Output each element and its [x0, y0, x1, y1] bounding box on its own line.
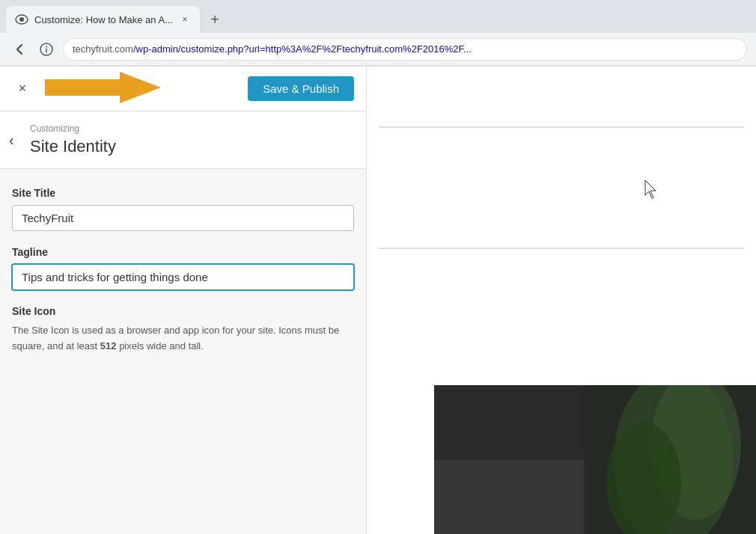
site-icon-description: The Site Icon is used as a browser and a… — [12, 323, 354, 355]
customizer-sidebar: × Save & Publish ‹ Customizing Site Iden… — [0, 67, 367, 534]
new-tab-button[interactable]: + — [203, 7, 227, 31]
preview-line-1 — [379, 126, 744, 128]
preview-line-2 — [379, 248, 744, 249]
browser-chrome: Customize: How to Make an A... × + techy… — [0, 0, 756, 67]
eye-icon — [15, 13, 28, 26]
tagline-input[interactable] — [12, 264, 354, 290]
section-header: ‹ Customizing Site Identity — [0, 111, 366, 169]
svg-rect-7 — [434, 460, 584, 534]
section-title: Site Identity — [30, 137, 351, 156]
info-button[interactable] — [36, 39, 57, 60]
form-area: Site Title Tagline Site Icon The Site Ic… — [0, 169, 366, 534]
main-content: × Save & Publish ‹ Customizing Site Iden… — [0, 67, 756, 534]
address-bar: techyfruit.com /wp-admin/customize.php?u… — [0, 33, 756, 66]
site-title-label: Site Title — [12, 187, 354, 199]
preview-area — [367, 67, 756, 534]
tagline-label: Tagline — [12, 246, 354, 258]
site-icon-label: Site Icon — [12, 305, 354, 317]
tab-close-button[interactable]: × — [179, 13, 191, 25]
tab-bar: Customize: How to Make an A... × + — [0, 0, 756, 33]
preview-lines — [367, 126, 756, 249]
svg-point-4 — [46, 46, 47, 47]
tagline-group: Tagline — [12, 246, 354, 290]
svg-marker-5 — [45, 72, 161, 103]
svg-point-1 — [19, 17, 24, 22]
site-title-input[interactable] — [12, 205, 354, 231]
svg-rect-11 — [584, 385, 756, 534]
address-input[interactable]: techyfruit.com /wp-admin/customize.php?u… — [63, 38, 747, 61]
back-section-button[interactable]: ‹ — [9, 132, 14, 149]
address-path: /wp-admin/customize.php?url=http%3A%2F%2… — [133, 43, 472, 55]
site-title-group: Site Title — [12, 187, 354, 231]
site-icon-section: Site Icon The Site Icon is used as a bro… — [12, 305, 354, 355]
arrow-annotation — [45, 69, 165, 109]
customizing-label: Customizing — [30, 123, 351, 134]
address-scheme: techyfruit.com — [73, 43, 133, 55]
preview-image — [434, 385, 756, 534]
customizer-close-button[interactable]: × — [12, 79, 33, 99]
save-publish-button[interactable]: Save & Publish — [248, 76, 354, 101]
tab-title: Customize: How to Make an A... — [34, 14, 173, 25]
browser-tab[interactable]: Customize: How to Make an A... × — [6, 6, 200, 33]
customizer-header: × Save & Publish — [0, 67, 366, 111]
back-button[interactable] — [9, 39, 30, 60]
